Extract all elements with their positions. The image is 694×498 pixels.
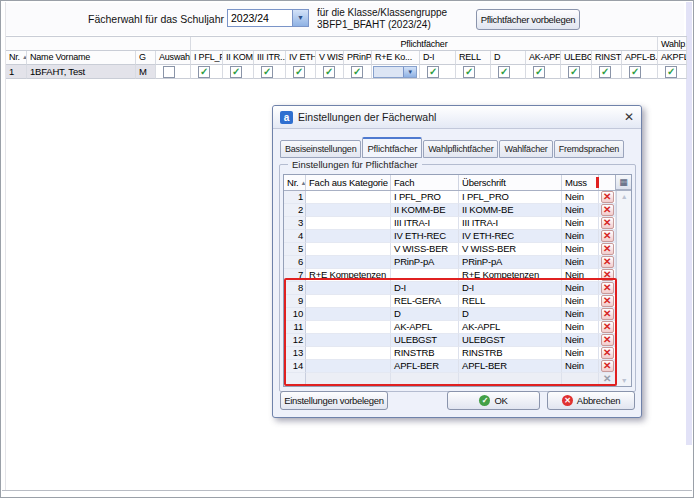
scroll-up-icon[interactable]: ▲ [617, 193, 631, 200]
dialog-column-header[interactable]: Fach [391, 175, 459, 190]
delete-row-button[interactable]: ✕ [601, 334, 614, 346]
column-header[interactable]: RINSTRB [592, 51, 622, 65]
cell-nr: 8 [284, 282, 306, 295]
student-cell: ✓ [561, 65, 592, 79]
column-header-label: RELL [459, 52, 481, 62]
delete-row-button[interactable]: ✕ [601, 256, 614, 268]
subject-checkbox[interactable]: ✓ [198, 66, 210, 78]
scroll-down-icon[interactable]: ▼ [617, 377, 631, 384]
delete-row-button[interactable]: ✕ [601, 230, 614, 242]
dialog-column-header[interactable]: Nr.▲ [284, 175, 306, 190]
column-header[interactable]: RELL [456, 51, 491, 65]
column-header[interactable]: Nr.▲ [6, 51, 27, 65]
column-header[interactable]: III ITR... [254, 51, 286, 65]
column-header[interactable]: PRinP-pA [344, 51, 372, 65]
column-header[interactable]: D [491, 51, 526, 65]
subject-checkbox[interactable]: ✓ [230, 66, 242, 78]
delete-row-button[interactable]: ✕ [601, 308, 614, 320]
delete-row-button[interactable]: ✕ [601, 204, 614, 216]
subject-checkbox[interactable]: ✓ [323, 66, 335, 78]
dialog-column-header[interactable]: Muss [562, 175, 599, 190]
delete-row-button[interactable]: ✕ [601, 243, 614, 255]
delete-row-button[interactable]: ✕ [601, 191, 614, 203]
dialog-table-row: 8D-ID-INein✕ [284, 282, 631, 295]
column-header[interactable]: IV ETH-... [286, 51, 316, 65]
check-icon: ✓ [570, 65, 578, 78]
cell-muss: Nein [562, 360, 599, 373]
cell-kategorie [306, 334, 391, 347]
column-header[interactable]: Auswahl [156, 51, 191, 65]
column-header[interactable]: II KOM... [223, 51, 254, 65]
cell-delete: ✕ [599, 243, 616, 256]
tab-pflichtfächer[interactable]: Pflichtfächer [362, 137, 422, 158]
subject-checkbox[interactable]: ✓ [665, 66, 677, 78]
close-icon[interactable]: ✕ [624, 111, 634, 123]
cell-ueberschrift: ULEBGST [459, 334, 562, 347]
column-header[interactable]: Name Vorname [27, 51, 136, 65]
column-header-label: PRinP-pA [347, 52, 372, 62]
delete-row-button[interactable]: ✕ [601, 347, 614, 359]
tab-basiseinstellungen[interactable]: Basiseinstellungen [280, 140, 361, 158]
column-header[interactable]: I PFL_P... [191, 51, 223, 65]
cell-nr: 3 [284, 217, 306, 230]
subject-checkbox[interactable]: ✓ [629, 66, 641, 78]
subject-checkbox[interactable]: ✓ [599, 66, 611, 78]
delete-row-button[interactable]: ✕ [601, 321, 614, 333]
cell-delete: ✕ [599, 308, 616, 321]
cell-kategorie [306, 204, 391, 217]
table-scrollbar[interactable]: ▲▼ [616, 191, 631, 386]
cell-kategorie [306, 360, 391, 373]
cell-nr: 4 [284, 230, 306, 243]
cell-ueberschrift [459, 373, 562, 386]
column-header[interactable]: AK-APFL [526, 51, 561, 65]
subject-checkbox[interactable]: ✓ [498, 66, 510, 78]
dialog-column-header[interactable]: Überschrift [459, 175, 562, 190]
cell-kategorie [306, 230, 391, 243]
student-cell: ✓ [526, 65, 561, 79]
class-info: für die Klasse/Klassengruppe 3BFP1_BFAHT… [317, 7, 447, 31]
column-header[interactable]: D-I [420, 51, 456, 65]
pflichtfaecher-vorbelegen-button[interactable]: Pflichtfächer vorbelegen [476, 9, 580, 30]
cell-ueberschrift: APFL-BER [459, 360, 562, 373]
cell-ueberschrift: IV ETH-REC [459, 230, 562, 243]
subject-checkbox[interactable]: ✓ [533, 66, 545, 78]
cell-nr [284, 373, 306, 386]
subject-checkbox[interactable]: ✓ [427, 66, 439, 78]
schoolyear-select[interactable]: 2023/24 ▼ [227, 9, 309, 27]
tab-wahlpflichtfächer[interactable]: Wahlpflichtfächer [423, 140, 498, 158]
column-header[interactable]: R+E Ko... [372, 51, 420, 65]
delete-row-button[interactable]: ✕ [601, 282, 614, 294]
column-chooser-button[interactable]: ▦ [615, 175, 631, 190]
subject-checkbox[interactable]: ✓ [351, 66, 363, 78]
abbrechen-button[interactable]: ✕ Abbrechen [547, 391, 635, 410]
cell-fach: II KOMM-BE [391, 204, 459, 217]
subject-checkbox[interactable]: ✓ [463, 66, 475, 78]
column-header[interactable]: APFL-B... [622, 51, 658, 65]
delete-row-button[interactable]: ✕ [601, 269, 614, 281]
dialog-column-header[interactable]: Fach aus Kategorie [306, 175, 391, 190]
chevron-down-icon: ▼ [403, 67, 416, 77]
tab-wahlfächer[interactable]: Wahlfächer [499, 140, 552, 158]
delete-row-button[interactable]: ✕ [601, 295, 614, 307]
column-header[interactable]: AKPFL-... [658, 51, 687, 65]
tab-fremdsprachen[interactable]: Fremdsprachen [554, 140, 624, 158]
column-header[interactable]: G [136, 51, 156, 65]
subject-checkbox[interactable]: ✓ [568, 66, 580, 78]
column-header[interactable]: ULEBGST [561, 51, 592, 65]
delete-row-button[interactable]: ✕ [601, 217, 614, 229]
delete-row-button[interactable]: ✕ [601, 360, 614, 372]
subject-checkbox[interactable]: ✓ [293, 66, 305, 78]
subject-checkbox[interactable]: ✓ [261, 66, 273, 78]
einstellungen-vorbelegen-button[interactable]: Einstellungen vorbelegen [280, 391, 388, 410]
ok-button[interactable]: ✓ OK [447, 391, 540, 410]
cell-ueberschrift: RELL [459, 295, 562, 308]
subject-combobox[interactable]: ▼ [373, 66, 417, 78]
subject-checkbox[interactable] [163, 66, 175, 78]
cell-fach [391, 269, 459, 282]
column-header-label: Name Vorname [30, 52, 90, 62]
cell-nr: 6 [284, 256, 306, 269]
cell-fach: PRinP-pA [391, 256, 459, 269]
cell-delete: ✕ [599, 269, 616, 282]
schoolyear-label: Fächerwahl für das Schuljahr [66, 13, 224, 25]
column-header[interactable]: V WISS... [316, 51, 344, 65]
